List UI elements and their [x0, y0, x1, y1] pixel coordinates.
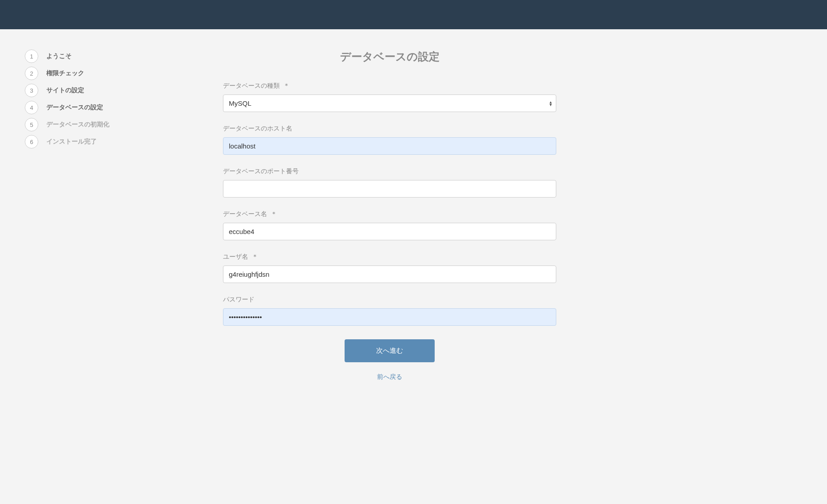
database-host-input[interactable]	[223, 137, 556, 155]
page-title: データベースの設定	[223, 50, 556, 64]
label-text: データベースの種類	[223, 82, 280, 89]
username-label: ユーザ名 ＊	[223, 253, 556, 261]
step-item-install-complete: 6 インストール完了	[25, 135, 205, 148]
step-number: 1	[25, 50, 38, 63]
header-bar	[0, 0, 827, 29]
database-type-select[interactable]: MySQL	[223, 94, 556, 112]
database-type-label: データベースの種類 ＊	[223, 82, 556, 90]
form-group-database-type: データベースの種類 ＊ MySQL ▴▾	[223, 82, 556, 112]
form-group-database-port: データベースのポート番号	[223, 167, 556, 198]
database-port-label: データベースのポート番号	[223, 167, 556, 176]
step-item-database-settings: 4 データベースの設定	[25, 101, 205, 114]
form-group-username: ユーザ名 ＊	[223, 253, 556, 283]
step-label: サイトの設定	[46, 86, 84, 94]
label-text: データベース名	[223, 210, 267, 217]
step-item-permission: 2 権限チェック	[25, 67, 205, 80]
next-button[interactable]: 次へ進む	[345, 339, 435, 362]
password-input[interactable]	[223, 308, 556, 326]
step-label: データベースの設定	[46, 104, 103, 112]
main-content: データベースの設定 データベースの種類 ＊ MySQL ▴▾ データベースのホス…	[223, 50, 556, 381]
required-mark: ＊	[283, 82, 290, 89]
step-number: 5	[25, 118, 38, 131]
required-mark: ＊	[271, 210, 277, 217]
username-input[interactable]	[223, 266, 556, 283]
step-list: 1 ようこそ 2 権限チェック 3 サイトの設定 4 データベースの設定 5 デ…	[25, 50, 205, 148]
database-port-input[interactable]	[223, 180, 556, 198]
step-item-site-settings: 3 サイトの設定	[25, 84, 205, 97]
step-item-database-init: 5 データベースの初期化	[25, 118, 205, 131]
step-number: 6	[25, 135, 38, 148]
required-mark: ＊	[252, 253, 258, 260]
step-number: 2	[25, 67, 38, 80]
step-number: 4	[25, 101, 38, 114]
step-sidebar: 1 ようこそ 2 権限チェック 3 サイトの設定 4 データベースの設定 5 デ…	[25, 50, 205, 381]
form-group-database-host: データベースのホスト名	[223, 125, 556, 155]
step-item-welcome: 1 ようこそ	[25, 50, 205, 63]
form-group-database-name: データベース名 ＊	[223, 210, 556, 240]
step-number: 3	[25, 84, 38, 97]
button-area: 次へ進む 前へ戻る	[223, 339, 556, 381]
main-container: 1 ようこそ 2 権限チェック 3 サイトの設定 4 データベースの設定 5 デ…	[0, 29, 827, 401]
step-label: インストール完了	[46, 138, 97, 146]
select-wrapper: MySQL ▴▾	[223, 94, 556, 112]
database-name-label: データベース名 ＊	[223, 210, 556, 218]
form-group-password: パスワード	[223, 296, 556, 326]
database-name-input[interactable]	[223, 223, 556, 240]
back-link[interactable]: 前へ戻る	[377, 373, 402, 381]
step-label: ようこそ	[46, 52, 72, 60]
step-label: 権限チェック	[46, 69, 84, 77]
password-label: パスワード	[223, 296, 556, 304]
database-host-label: データベースのホスト名	[223, 125, 556, 133]
label-text: ユーザ名	[223, 253, 248, 260]
step-label: データベースの初期化	[46, 121, 109, 129]
